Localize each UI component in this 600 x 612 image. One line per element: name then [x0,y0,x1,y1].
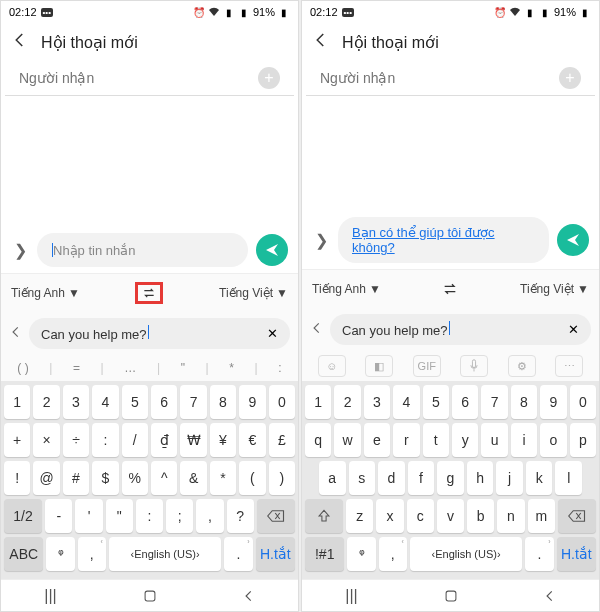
key[interactable]: p [570,423,596,457]
source-lang[interactable]: Tiếng Anh ▼ [312,282,381,296]
sticker-icon[interactable]: ◧ [365,355,393,377]
settings-icon[interactable]: ⚙ [508,355,536,377]
key[interactable]: : [136,499,163,533]
key[interactable]: ᵠ [347,537,375,571]
key[interactable]: ÷ [63,423,89,457]
suggest-item[interactable]: … [120,359,140,377]
swap-lang-button[interactable] [135,282,163,304]
gif-icon[interactable]: GIF [413,355,441,377]
key[interactable]: 8 [511,385,537,419]
key[interactable]: ) [269,461,295,495]
key[interactable]: k [526,461,553,495]
collapse-icon[interactable] [310,321,324,339]
backspace-key[interactable] [558,499,596,533]
back-icon[interactable] [312,31,330,53]
key[interactable]: v [437,499,464,533]
key[interactable]: 8 [210,385,236,419]
recents-button[interactable]: ||| [341,589,363,603]
key[interactable]: m [528,499,555,533]
key[interactable]: 7 [481,385,507,419]
back-icon[interactable] [11,31,29,53]
key-abc[interactable]: ABC [4,537,43,571]
key-htat[interactable]: H.tắt [256,537,295,571]
key[interactable]: 6 [151,385,177,419]
message-input[interactable]: Nhập tin nhắn [37,233,248,267]
key[interactable]: 6 [452,385,478,419]
key[interactable]: 0 [570,385,596,419]
key[interactable]: × [33,423,59,457]
translate-input[interactable]: Can you help me? ✕ [29,318,290,349]
key[interactable]: a [319,461,346,495]
key[interactable]: u [481,423,507,457]
key[interactable]: 0 [269,385,295,419]
key[interactable]: i [511,423,537,457]
key[interactable]: r [393,423,419,457]
key[interactable]: : [92,423,118,457]
key[interactable]: ; [166,499,193,533]
key[interactable]: 5 [122,385,148,419]
key[interactable]: ₫ [151,423,177,457]
backspace-key[interactable] [257,499,295,533]
source-lang[interactable]: Tiếng Anh ▼ [11,286,80,300]
key[interactable]: o [540,423,566,457]
key-comma[interactable]: ,‹ [379,537,407,571]
key[interactable]: j [496,461,523,495]
shift-key[interactable] [305,499,343,533]
suggest-item[interactable]: ( ) [13,359,32,377]
expand-icon[interactable]: ⋯ [555,355,583,377]
key-numsym[interactable]: !#1 [305,537,344,571]
key[interactable]: x [376,499,403,533]
add-recipient-button[interactable]: + [258,67,280,89]
key[interactable]: 3 [364,385,390,419]
key-comma[interactable]: ,‹ [78,537,106,571]
key[interactable]: ( [239,461,265,495]
key[interactable]: / [122,423,148,457]
key[interactable]: b [467,499,494,533]
key[interactable]: d [378,461,405,495]
key[interactable]: 4 [92,385,118,419]
key[interactable]: + [4,423,30,457]
key[interactable]: , [196,499,223,533]
translate-input[interactable]: Can you help me? ✕ [330,314,591,345]
key[interactable]: € [239,423,265,457]
key[interactable]: 2 [33,385,59,419]
back-button[interactable] [238,589,260,603]
add-recipient-button[interactable]: + [559,67,581,89]
key[interactable]: ! [4,461,30,495]
suggest-item[interactable]: : [274,359,285,377]
key[interactable]: ? [227,499,254,533]
key[interactable]: n [497,499,524,533]
emoji-icon[interactable]: ☺ [318,355,346,377]
swap-lang-button[interactable] [436,278,464,300]
recipient-input[interactable] [320,70,559,86]
key[interactable]: q [305,423,331,457]
key[interactable]: 9 [239,385,265,419]
key-dot[interactable]: .› [525,537,553,571]
key[interactable]: t [423,423,449,457]
send-button[interactable] [256,234,288,266]
key[interactable]: c [407,499,434,533]
key[interactable]: 9 [540,385,566,419]
space-key[interactable]: ‹ English (US) › [109,537,222,571]
key[interactable]: - [45,499,72,533]
key[interactable]: 2 [334,385,360,419]
key[interactable]: % [122,461,148,495]
key[interactable]: ^ [151,461,177,495]
key[interactable]: £ [269,423,295,457]
collapse-icon[interactable] [9,325,23,343]
key[interactable]: ¥ [210,423,236,457]
home-button[interactable] [139,589,161,603]
key[interactable]: @ [33,461,59,495]
back-button[interactable] [539,589,561,603]
expand-icon[interactable]: ❯ [312,231,330,250]
recipient-input[interactable] [19,70,258,86]
key[interactable]: s [349,461,376,495]
key[interactable]: f [408,461,435,495]
expand-icon[interactable]: ❯ [11,241,29,260]
recents-button[interactable]: ||| [40,589,62,603]
key[interactable]: e [364,423,390,457]
clear-icon[interactable]: ✕ [568,322,579,337]
target-lang[interactable]: Tiếng Việt ▼ [520,282,589,296]
key[interactable]: $ [92,461,118,495]
key[interactable]: ᵠ [46,537,74,571]
